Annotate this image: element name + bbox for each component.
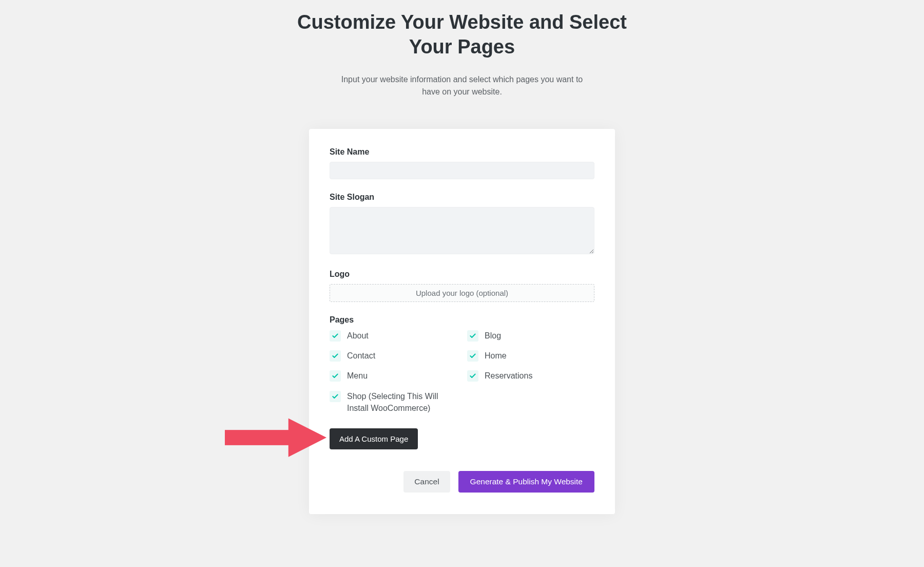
site-slogan-input[interactable] — [330, 207, 594, 254]
page-option-menu[interactable]: Menu — [330, 370, 457, 382]
add-custom-page-button[interactable]: Add A Custom Page — [330, 428, 418, 449]
page-option-label: Reservations — [485, 370, 532, 382]
page-option-label: Blog — [485, 330, 501, 342]
page-subtitle: Input your website information and selec… — [334, 73, 590, 98]
checkbox-about[interactable] — [330, 330, 341, 342]
page-option-shop[interactable]: Shop (Selecting This Will Install WooCom… — [330, 390, 457, 414]
page-option-blog[interactable]: Blog — [467, 330, 594, 342]
logo-upload-text: Upload your logo (optional) — [416, 289, 508, 297]
pages-grid: About Blog Contact — [330, 330, 594, 414]
check-icon — [332, 352, 339, 360]
check-icon — [469, 332, 476, 339]
checkbox-menu[interactable] — [330, 370, 341, 382]
check-icon — [469, 372, 476, 380]
checkbox-reservations[interactable] — [467, 370, 478, 382]
page-option-home[interactable]: Home — [467, 350, 594, 362]
site-name-group: Site Name — [330, 147, 594, 179]
page-option-label: Shop (Selecting This Will Install WooCom… — [347, 390, 457, 414]
page-option-reservations[interactable]: Reservations — [467, 370, 594, 382]
site-name-label: Site Name — [330, 147, 594, 157]
generate-publish-button[interactable]: Generate & Publish My Website — [458, 471, 594, 493]
logo-label: Logo — [330, 270, 594, 279]
checkbox-home[interactable] — [467, 350, 478, 362]
actions-row: Cancel Generate & Publish My Website — [330, 471, 594, 493]
checkbox-contact[interactable] — [330, 350, 341, 362]
site-name-input[interactable] — [330, 162, 594, 179]
checkbox-blog[interactable] — [467, 330, 478, 342]
page-option-contact[interactable]: Contact — [330, 350, 457, 362]
page-option-label: Home — [485, 350, 507, 362]
check-icon — [332, 393, 339, 400]
logo-group: Logo Upload your logo (optional) — [330, 270, 594, 302]
site-slogan-group: Site Slogan — [330, 193, 594, 256]
page-option-about[interactable]: About — [330, 330, 457, 342]
check-icon — [332, 332, 339, 339]
logo-upload-box[interactable]: Upload your logo (optional) — [330, 284, 594, 302]
pages-label: Pages — [330, 315, 594, 325]
site-slogan-label: Site Slogan — [330, 193, 594, 202]
page-option-label: About — [347, 330, 369, 342]
form-card: Site Name Site Slogan Logo Upload your l… — [309, 129, 615, 514]
check-icon — [332, 372, 339, 380]
page-option-label: Contact — [347, 350, 375, 362]
pages-group: Pages About Blog — [330, 315, 594, 414]
page-option-label: Menu — [347, 370, 368, 382]
page-title: Customize Your Website and Select Your P… — [282, 10, 642, 59]
check-icon — [469, 352, 476, 360]
cancel-button[interactable]: Cancel — [403, 471, 450, 493]
page-container: Customize Your Website and Select Your P… — [0, 0, 924, 514]
checkbox-shop[interactable] — [330, 391, 341, 402]
